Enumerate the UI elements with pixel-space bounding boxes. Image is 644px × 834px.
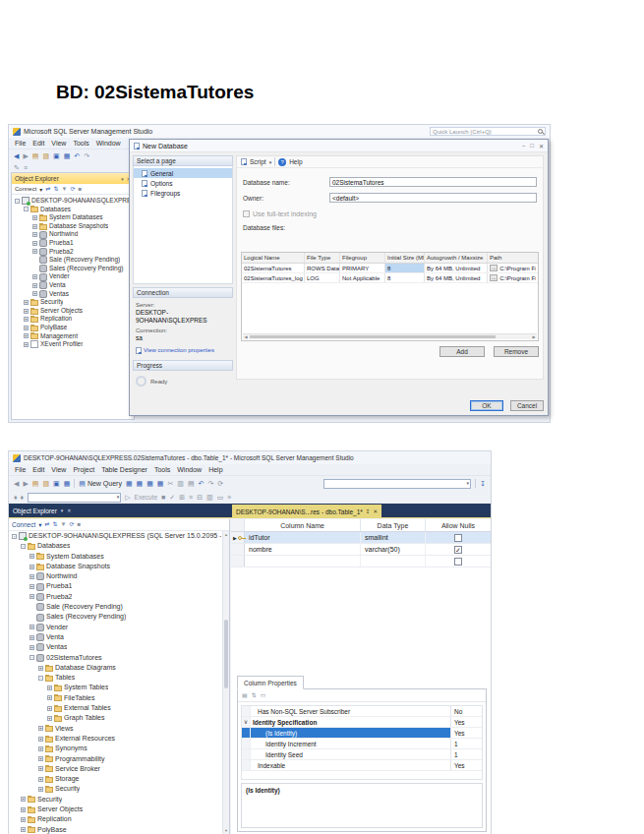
expander-icon[interactable]: + (38, 726, 43, 731)
category-expander-icon[interactable] (242, 760, 251, 770)
close-icon[interactable]: ✕ (67, 507, 71, 513)
nav-forward-icon[interactable]: ▶ (23, 151, 28, 160)
expander-icon[interactable]: + (38, 666, 43, 671)
expander-icon[interactable]: + (47, 695, 52, 700)
property-value[interactable]: Yes (450, 760, 482, 770)
stop-icon[interactable]: ■ (78, 520, 82, 529)
expander-icon[interactable]: + (38, 756, 43, 761)
stop-icon[interactable]: ■ (78, 185, 82, 194)
parse-icon[interactable]: ♦ (21, 493, 25, 502)
row-selector[interactable]: ▶ (231, 556, 245, 566)
expander-icon[interactable]: + (21, 817, 26, 822)
save-all-icon[interactable]: ▦ (64, 151, 71, 160)
expander-icon[interactable]: + (29, 584, 34, 589)
expander-icon[interactable]: + (47, 685, 52, 690)
menu-item[interactable]: Window (96, 140, 121, 147)
menu-item[interactable]: Edit (32, 466, 44, 473)
disconnect-icon[interactable]: ⇅ (53, 185, 58, 194)
designer-column-row[interactable]: ▶ (231, 556, 491, 567)
minimize-icon[interactable]: – (522, 143, 525, 149)
select-page-item[interactable]: Options (134, 178, 232, 188)
expander-icon[interactable]: + (38, 746, 43, 751)
scroll-right-icon[interactable]: ▶ (531, 334, 537, 339)
menu-item[interactable]: Project (73, 466, 94, 473)
tree-item[interactable]: + External Tables (10, 703, 221, 713)
scrollbar-thumb[interactable] (250, 335, 496, 338)
expander-icon[interactable]: + (21, 827, 26, 832)
row-selector[interactable]: ▶ (231, 532, 245, 543)
chevron-down-icon[interactable]: ▾ (61, 507, 64, 513)
tree-item[interactable]: Sale (Recovery Pending) (10, 602, 221, 612)
new-project-icon[interactable]: ▤ (32, 479, 39, 488)
tree-item[interactable]: + Replication (10, 814, 221, 824)
designer-column-row[interactable]: ▶ idTutor smallint (231, 532, 491, 544)
connect-button[interactable]: Connect (12, 521, 35, 528)
property-value[interactable]: Yes (450, 728, 482, 738)
browse-button[interactable]: ... (490, 265, 498, 271)
tree-item[interactable]: - DESKTOP-9OHANAN\SQLEXPRESS (S (13, 197, 133, 206)
database-selector-combobox[interactable] (323, 479, 471, 489)
alphabetical-sort-icon[interactable]: ⇅ (252, 691, 257, 700)
tree-item[interactable]: + Ventas (13, 290, 133, 299)
pencil-icon[interactable]: ✎ (14, 163, 20, 172)
open-file-icon[interactable]: ▨ (42, 151, 49, 160)
expander-icon[interactable]: + (21, 807, 26, 812)
object-explorer-caption[interactable]: Object Explorer ▾✕ (13, 504, 72, 517)
tree-item[interactable]: + Vender (13, 272, 133, 281)
new-query-button[interactable]: ▤ New Query (79, 479, 122, 488)
cut-icon[interactable]: ✂ (167, 479, 173, 488)
owner-input[interactable]: <default> (329, 193, 537, 203)
category-expander-icon[interactable] (242, 706, 251, 716)
expander-icon[interactable]: - (12, 534, 17, 539)
property-value[interactable]: No (450, 706, 482, 716)
file-initial-size-cell[interactable]: 8 (385, 273, 425, 282)
copy-icon[interactable]: ▥ (177, 479, 184, 488)
allow-nulls-checkbox[interactable] (454, 558, 462, 566)
data-type-cell[interactable]: smallint (361, 532, 426, 543)
redo-icon[interactable]: ↷ (207, 479, 213, 488)
indent-icon[interactable]: » (227, 493, 231, 502)
tree-item[interactable]: + Prueba1 (10, 581, 221, 591)
remove-button[interactable]: Remove (494, 346, 539, 357)
expander-icon[interactable]: + (29, 554, 34, 559)
expander-icon[interactable]: + (47, 706, 52, 711)
maximize-icon[interactable]: □ (530, 143, 534, 149)
property-row[interactable]: (Is Identity) Yes (242, 728, 482, 739)
save-icon[interactable]: ▣ (53, 479, 60, 488)
scrollbar-thumb[interactable] (224, 620, 228, 688)
execute-button[interactable]: Execute (135, 494, 158, 501)
column-properties-tab[interactable]: Column Properties (237, 676, 304, 689)
results-text-icon[interactable]: ≡ (189, 493, 193, 502)
pin-icon[interactable]: ↧ (366, 508, 371, 514)
nav-back-icon[interactable]: ◀ (14, 151, 19, 160)
expander-icon[interactable]: + (29, 565, 34, 569)
database-file-row[interactable]: 02SistemaTutores ROWS Data PRIMARY 8 By … (242, 264, 538, 273)
tree-item[interactable]: + Management (13, 332, 133, 341)
undo-icon[interactable]: ↶ (199, 479, 205, 488)
expander-icon[interactable]: + (32, 283, 37, 288)
row-selector[interactable]: ▶ (231, 544, 245, 555)
tree-item[interactable]: + Programmability (10, 754, 221, 764)
tree-item[interactable]: + System Tables (10, 683, 221, 692)
tree-item[interactable]: + Northwind (10, 571, 221, 581)
expander-icon[interactable]: + (38, 787, 43, 792)
expander-icon[interactable]: + (24, 342, 29, 347)
expander-icon[interactable]: + (32, 241, 37, 246)
availability-combobox[interactable] (28, 493, 121, 503)
property-value[interactable]: 1 (450, 749, 482, 759)
tree-item[interactable]: + Ventas (10, 642, 221, 652)
expander-icon[interactable]: - (38, 676, 43, 681)
expander-icon[interactable]: - (29, 655, 34, 660)
refresh-icon[interactable]: ⟳ (70, 185, 75, 194)
tree-item[interactable]: + Database Diagrams (10, 663, 221, 673)
object-explorer-caption[interactable]: Object Explorer ▾ ✕ (12, 173, 134, 184)
allow-nulls-checkbox[interactable]: ✓ (454, 546, 462, 554)
tree-item[interactable]: + Database Snapshots (10, 562, 221, 571)
expander-icon[interactable]: + (29, 645, 34, 650)
tree-item[interactable]: + Security (13, 298, 133, 307)
select-page-item[interactable]: General (134, 168, 232, 178)
tree-item[interactable]: + Prueba2 (13, 248, 133, 257)
tree-item[interactable]: - DESKTOP-9OHANAN\SQLEXPRESS (SQL Server… (10, 531, 221, 541)
database-name-input[interactable]: 02SistemaTutores (329, 177, 537, 187)
expander-icon[interactable]: + (32, 249, 37, 254)
